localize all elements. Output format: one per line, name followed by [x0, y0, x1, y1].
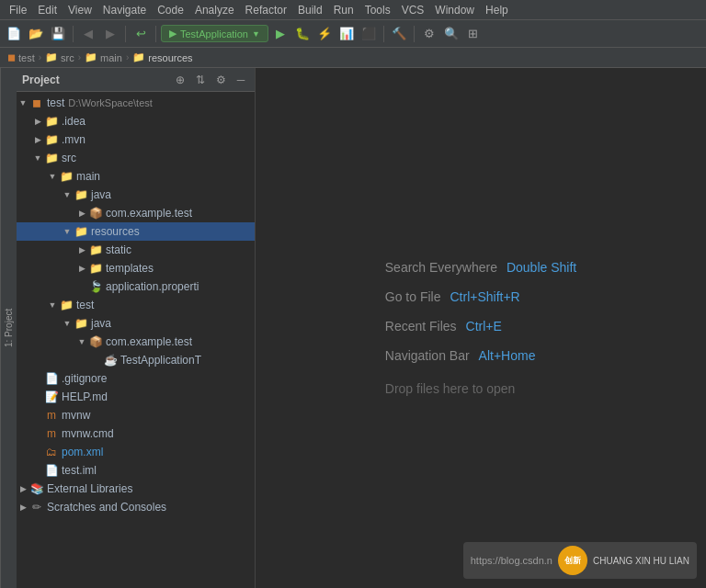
menu-navigate[interactable]: Navigate [97, 2, 152, 18]
tree-item-test-app[interactable]: ▶ ☕ TestApplicationT [17, 351, 255, 369]
breadcrumb-test[interactable]: ◼ test [7, 51, 35, 63]
tree-label-templates: templates [106, 262, 154, 275]
panel-close-button[interactable]: ─ [233, 72, 249, 88]
tree-item-test-src[interactable]: ▼ 📁 test [17, 296, 255, 314]
iml-icon: 📄 [44, 464, 59, 477]
tree-item-scratches[interactable]: ▶ ✏ Scratches and Consoles [17, 498, 255, 516]
menu-analyze[interactable]: Analyze [189, 2, 240, 18]
hint-nav-label: Navigation Bar [385, 348, 470, 363]
menu-file[interactable]: File [4, 2, 32, 18]
menu-code[interactable]: Code [152, 2, 189, 18]
breadcrumb-src[interactable]: 📁 src [45, 51, 74, 63]
debug-button[interactable]: 🐛 [292, 24, 313, 44]
tree-item-resources[interactable]: ▼ 📁 resources [17, 222, 255, 241]
menu-refactor[interactable]: Refactor [240, 2, 292, 18]
menu-view[interactable]: View [63, 2, 97, 18]
search-button[interactable]: 🔍 [441, 24, 461, 44]
tree-item-external-libs[interactable]: ▶ 📚 External Libraries [17, 480, 255, 498]
tree-arrow-java-main: ▼ [61, 190, 74, 199]
tree-label-idea: .idea [62, 115, 85, 128]
tree-item-test-root[interactable]: ▼ ◼ test D:\WorkSpace\test [17, 94, 255, 112]
folder-icon-src: 📁 [44, 152, 59, 164]
tree-label-test-iml: test.iml [62, 464, 97, 477]
toolbar-separator-4 [383, 26, 384, 42]
watermark-url: https://blog.csdn.n [471, 555, 552, 566]
tree-item-mvnw[interactable]: ▶ m mvnw [17, 406, 255, 424]
hint-search-label: Search Everywhere [385, 260, 497, 275]
folder-icon-idea: 📁 [44, 115, 59, 128]
tree-label-src: src [62, 152, 76, 164]
breadcrumb-sep-2: › [78, 52, 81, 62]
menu-edit[interactable]: Edit [32, 2, 63, 18]
tree-item-help-md[interactable]: ▶ 📝 HELP.md [17, 388, 255, 406]
tree-item-mvnw-cmd[interactable]: ▶ m mvnw.cmd [17, 424, 255, 443]
tree-item-templates[interactable]: ▶ 📁 templates [17, 259, 255, 277]
folder-icon-resources: 📁 [74, 225, 88, 238]
hint-recent: Recent Files Ctrl+E [385, 319, 576, 334]
folder-icon-mvn: 📁 [44, 133, 59, 146]
hint-goto: Go to File Ctrl+Shift+R [385, 289, 576, 304]
tree-label-main: main [76, 170, 100, 183]
module-icon-test: ◼ [29, 96, 44, 109]
settings-button[interactable]: ⚙ [419, 24, 439, 44]
spring-icon-app-props: 🍃 [88, 280, 103, 293]
menu-tools[interactable]: Tools [359, 2, 396, 18]
tree-item-package-main[interactable]: ▶ 📦 com.example.test [17, 204, 255, 222]
external-libs-icon: 📚 [29, 482, 44, 495]
tree-item-static[interactable]: ▶ 📁 static [17, 241, 255, 259]
tree-item-idea[interactable]: ▶ 📁 .idea [17, 112, 255, 130]
tree-label-mvnw: mvnw [62, 409, 90, 422]
profile-button[interactable]: 📊 [336, 24, 357, 44]
tree-item-java-test[interactable]: ▼ 📁 java [17, 314, 255, 333]
folder-icon-main: 📁 [59, 170, 74, 183]
panel-settings-button[interactable]: ⚙ [212, 72, 229, 88]
tree-label-test-src: test [76, 299, 94, 311]
project-tree: ▼ ◼ test D:\WorkSpace\test ▶ 📁 .idea ▶ 📁… [17, 92, 255, 588]
save-button[interactable]: 💾 [48, 24, 68, 44]
new-file-button[interactable]: 📄 [4, 24, 24, 44]
coverage-button[interactable]: ⚡ [314, 24, 335, 44]
menu-help[interactable]: Help [480, 2, 514, 18]
run-config-selector[interactable]: ▶ TestApplication ▼ [161, 25, 268, 42]
tree-item-pom-xml[interactable]: ▶ 🗂 pom.xml [17, 443, 255, 461]
breadcrumb-main[interactable]: 📁 main [85, 51, 122, 63]
undo-button[interactable]: ↩ [131, 24, 151, 44]
folder-icon-src: 📁 [45, 51, 58, 63]
tree-item-test-iml[interactable]: ▶ 📄 test.iml [17, 461, 255, 480]
open-button[interactable]: 📂 [26, 24, 46, 44]
scratch-icon: ✏ [29, 501, 44, 514]
tree-arrow-resources: ▼ [61, 227, 74, 236]
package-icon-main: 📦 [88, 207, 103, 220]
tree-item-mvn[interactable]: ▶ 📁 .mvn [17, 130, 255, 149]
project-panel-label[interactable]: 1: Project [0, 68, 17, 588]
menu-window[interactable]: Window [429, 2, 480, 18]
stop-button[interactable]: ⬛ [359, 24, 379, 44]
tree-item-src[interactable]: ▼ 📁 src [17, 149, 255, 167]
menu-build[interactable]: Build [292, 2, 328, 18]
tree-item-package-test[interactable]: ▼ 📦 com.example.test [17, 333, 255, 351]
tree-arrow-templates: ▶ [75, 264, 88, 273]
tree-arrow-package-main: ▶ [75, 209, 88, 218]
build-button[interactable]: 🔨 [389, 24, 409, 44]
forward-button[interactable]: ▶ [100, 24, 120, 44]
tree-item-app-props[interactable]: ▶ 🍃 application.properti [17, 277, 255, 296]
run-button[interactable]: ▶ [270, 24, 290, 44]
panel-sort-button[interactable]: ⇅ [192, 72, 209, 88]
tree-item-java-main[interactable]: ▼ 📁 java [17, 186, 255, 204]
menu-vcs[interactable]: VCS [396, 2, 430, 18]
toolbar-separator-1 [73, 26, 74, 42]
tree-item-gitignore[interactable]: ▶ 📄 .gitignore [17, 369, 255, 388]
layout-button[interactable]: ⊞ [463, 24, 484, 44]
panel-title: Project [22, 74, 168, 86]
toolbar-separator-2 [125, 26, 126, 42]
tree-arrow-main: ▼ [46, 172, 59, 181]
tree-label-resources: resources [91, 225, 140, 238]
breadcrumb-resources[interactable]: 📁 resources [132, 51, 192, 63]
folder-icon-static: 📁 [88, 243, 103, 256]
back-button[interactable]: ◀ [78, 24, 98, 44]
xml-icon-pom: 🗂 [44, 446, 59, 458]
run-config-arrow: ▼ [252, 29, 260, 39]
tree-item-main[interactable]: ▼ 📁 main [17, 167, 255, 186]
panel-add-button[interactable]: ⊕ [172, 72, 188, 88]
menu-run[interactable]: Run [328, 2, 359, 18]
